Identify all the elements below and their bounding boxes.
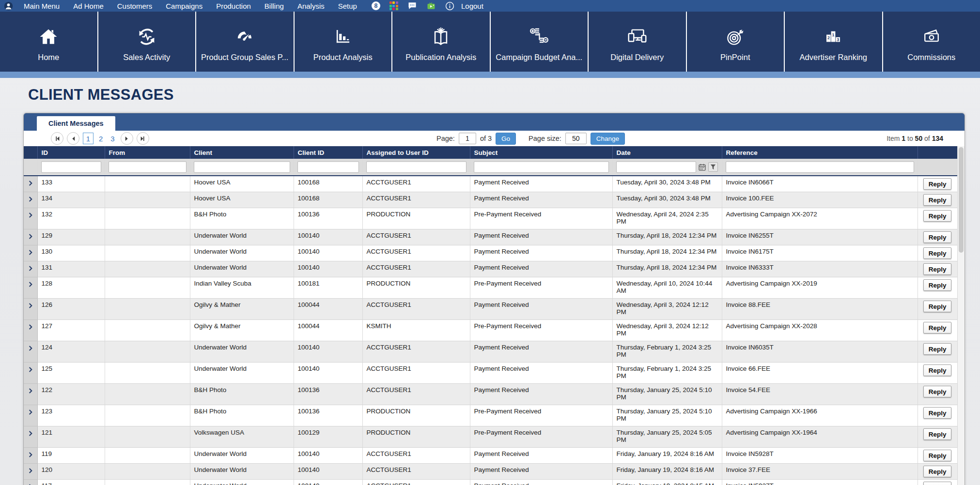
vertical-scrollbar[interactable] <box>957 146 964 485</box>
filter-input-assigned-to-user-id[interactable] <box>366 161 467 173</box>
column-header-client-id[interactable]: Client ID <box>294 146 362 159</box>
row-expand-button[interactable] <box>24 426 37 448</box>
menu-item-setup[interactable]: Setup <box>331 2 364 10</box>
row-expand-button[interactable] <box>24 384 37 405</box>
column-header-subject[interactable]: Subject <box>470 146 612 159</box>
row-expand-button[interactable] <box>24 448 37 464</box>
column-header-assigned-to-user-id[interactable]: Assigned to User ID <box>362 146 470 159</box>
reply-button[interactable]: Reply <box>923 279 951 291</box>
menu-item-ad-home[interactable]: Ad Home <box>66 2 110 10</box>
nav-tile-digital-delivery[interactable]: Digital Delivery <box>589 12 686 72</box>
video-tv-icon[interactable] <box>426 1 436 11</box>
scrollbar-thumb[interactable] <box>959 147 964 253</box>
reply-button[interactable]: Reply <box>923 428 951 440</box>
nav-tile-campaign-budget-ana[interactable]: Campaign Budget Ana... <box>491 12 588 72</box>
reply-button[interactable]: Reply <box>923 178 951 190</box>
cell-from <box>105 480 190 485</box>
calendar-icon[interactable] <box>698 163 706 171</box>
filter-input-subject[interactable] <box>474 161 609 173</box>
column-header-reference[interactable]: Reference <box>722 146 918 159</box>
reply-button[interactable]: Reply <box>923 450 951 461</box>
pager-page-link-2[interactable]: 2 <box>96 135 105 143</box>
user-avatar-icon[interactable] <box>4 1 13 11</box>
cell-subject: Pre-Payment Received <box>470 208 612 229</box>
cell-client-id: 100140 <box>294 341 362 363</box>
menu-item-billing[interactable]: Billing <box>258 2 291 10</box>
reply-button[interactable]: Reply <box>923 210 951 222</box>
reply-button[interactable]: Reply <box>923 231 951 243</box>
menu-item-main-menu[interactable]: Main Menu <box>17 2 66 10</box>
column-header-date[interactable]: Date <box>612 146 722 159</box>
filter-input-from[interactable] <box>109 161 187 173</box>
nav-tile-advertiser-ranking[interactable]: 213Advertiser Ranking <box>785 12 882 72</box>
filter-input-id[interactable] <box>41 161 101 173</box>
reply-button[interactable]: Reply <box>923 322 951 333</box>
row-expand-button[interactable] <box>24 320 37 341</box>
column-header-id[interactable]: ID <box>37 146 105 159</box>
menu-item-customers[interactable]: Customers <box>110 2 159 10</box>
row-expand-button[interactable] <box>24 261 37 277</box>
page-number-input[interactable] <box>459 133 476 144</box>
cell-client-id: 100136 <box>294 405 362 426</box>
pager-last-button[interactable] <box>137 132 149 145</box>
column-header-from[interactable]: From <box>105 146 190 159</box>
nav-tile-product-analysis[interactable]: Product Analysis <box>295 12 392 72</box>
nav-tile-home[interactable]: Home <box>0 12 97 72</box>
tile-scroll-strip[interactable] <box>0 72 980 78</box>
nav-tile-pinpoint[interactable]: PinPoint <box>687 12 784 72</box>
book-icon <box>430 23 451 50</box>
menu-item-campaigns[interactable]: Campaigns <box>159 2 209 10</box>
change-button[interactable]: Change <box>591 133 625 145</box>
menu-item-production[interactable]: Production <box>209 2 258 10</box>
row-expand-button[interactable] <box>24 245 37 261</box>
menu-item-analysis[interactable]: Analysis <box>291 2 331 10</box>
apps-grid-icon[interactable] <box>389 1 398 10</box>
row-expand-button[interactable] <box>24 299 37 320</box>
info-icon[interactable] <box>445 1 454 11</box>
row-expand-button[interactable] <box>24 192 37 208</box>
pager-prev-button[interactable] <box>67 132 79 145</box>
logout-link[interactable]: Logout <box>461 2 483 10</box>
notification-badge-icon[interactable]: 8 <box>372 1 380 10</box>
pager-next-button[interactable] <box>121 132 133 145</box>
cell-id: 117 <box>37 480 105 485</box>
reply-button[interactable]: Reply <box>923 407 951 419</box>
target-icon <box>725 23 746 50</box>
row-expand-button[interactable] <box>24 480 37 485</box>
reply-button[interactable]: Reply <box>923 386 951 397</box>
reply-button[interactable]: Reply <box>923 301 951 312</box>
nav-tile-product-group-sales-p[interactable]: Product Group Sales P... <box>196 12 294 72</box>
filter-input-client-id[interactable] <box>297 161 359 173</box>
reply-button[interactable]: Reply <box>923 466 951 477</box>
nav-tile-commissions[interactable]: Commissions <box>883 12 980 72</box>
row-expand-button[interactable] <box>24 464 37 480</box>
nav-tile-publication-analysis[interactable]: Publication Analysis <box>392 12 490 72</box>
row-expand-button[interactable] <box>24 405 37 426</box>
reply-button[interactable]: Reply <box>923 343 951 355</box>
pager-page-current[interactable]: 1 <box>83 133 93 144</box>
page-size-input[interactable] <box>565 133 587 144</box>
row-expand-button[interactable] <box>24 229 37 245</box>
pager-page-link-3[interactable]: 3 <box>108 135 117 143</box>
row-expand-button[interactable] <box>24 363 37 384</box>
reply-button[interactable]: Reply <box>923 482 951 485</box>
reply-button[interactable]: Reply <box>923 247 951 259</box>
tab-client-messages[interactable]: Client Messages <box>37 116 115 131</box>
chat-icon[interactable] <box>407 1 417 11</box>
reply-button[interactable]: Reply <box>923 263 951 275</box>
go-button[interactable]: Go <box>496 133 516 145</box>
nav-tile-label: Commissions <box>907 53 955 62</box>
reply-button[interactable]: Reply <box>923 194 951 206</box>
nav-tile-sales-activity[interactable]: Sales Activity <box>98 12 196 72</box>
row-expand-button[interactable] <box>24 277 37 299</box>
filter-funnel-icon[interactable] <box>708 162 718 172</box>
filter-input-reference[interactable] <box>726 161 914 173</box>
reply-button[interactable]: Reply <box>923 364 951 376</box>
pager-first-button[interactable] <box>51 132 63 145</box>
row-expand-button[interactable] <box>24 208 37 229</box>
row-expand-button[interactable] <box>24 341 37 363</box>
filter-input-client[interactable] <box>194 161 290 173</box>
filter-input-date[interactable] <box>616 161 696 173</box>
column-header-client[interactable]: Client <box>190 146 294 159</box>
row-expand-button[interactable] <box>24 176 37 192</box>
